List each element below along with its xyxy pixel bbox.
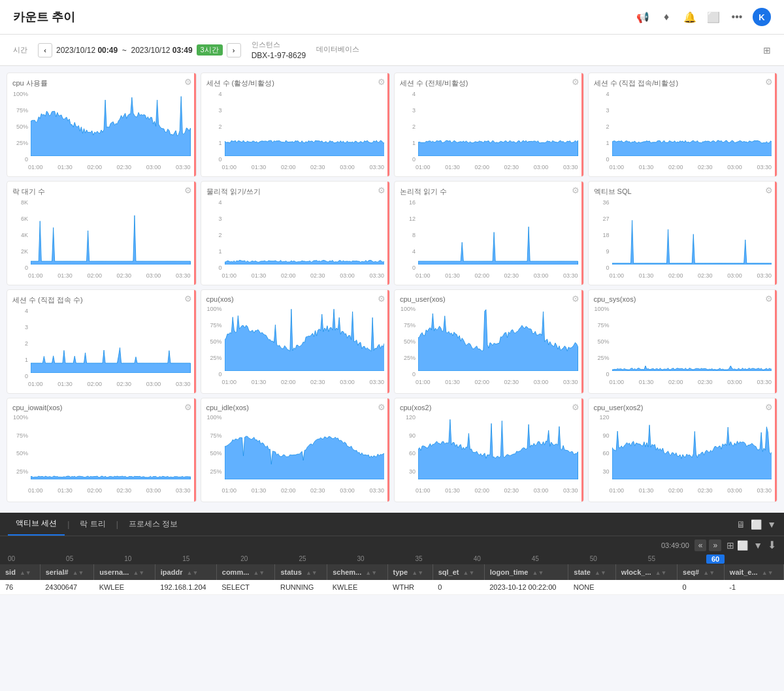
x-label: 01:30 [252, 379, 267, 385]
chart-settings-icon[interactable]: ⚙ [378, 77, 385, 87]
chart-title: 세션 수 (직접 접속/비활성) [594, 78, 745, 88]
table-column-header[interactable]: wlock_... ▲▼ [615, 564, 677, 580]
chevron-down-icon[interactable]: ▼ [767, 519, 776, 530]
avatar[interactable]: K [753, 8, 771, 26]
x-label: 01:30 [639, 164, 654, 170]
chart-title: 세션 수 (직접 접속 수) [12, 295, 164, 305]
y-label: 1 [206, 248, 222, 255]
timeline-scale-item: 15 [182, 555, 240, 563]
header-icon-group: 📢 ♦ 🔔 ⬜ ••• K [635, 8, 771, 26]
x-label: 02:00 [87, 272, 102, 279]
chart-settings-icon[interactable]: ⚙ [572, 294, 580, 304]
monitor-icon[interactable]: 🖥 [736, 519, 745, 530]
table-column-header[interactable]: userna... ▲▼ [94, 564, 155, 580]
chart-area: 100%75%50%25%0 [206, 306, 385, 378]
x-label: 03:30 [563, 379, 578, 385]
tl-filter-icon[interactable]: ▼ [753, 540, 762, 551]
chart-settings-icon[interactable]: ⚙ [765, 294, 773, 304]
tab-active-session[interactable]: 액티브 세션 [8, 513, 65, 536]
sort-icon: ▲▼ [595, 570, 606, 576]
chart-settings-icon[interactable]: ⚙ [572, 77, 580, 87]
table-row[interactable]: 7624300647KWLEE192.168.1.204SELECTRUNNIN… [0, 580, 784, 595]
table-column-header[interactable]: sid ▲▼ [0, 564, 40, 580]
x-axis-labels: 01:0001:3002:0002:3003:0003:30 [206, 164, 385, 170]
more-icon[interactable]: ••• [729, 9, 745, 25]
tl-grid-icon-2[interactable]: ⬜ [737, 540, 748, 551]
x-label: 01:00 [222, 379, 237, 385]
chart-settings-icon[interactable]: ⚙ [572, 185, 580, 195]
timeline-prev-prev-button[interactable]: « [694, 539, 707, 551]
sort-icon: ▲▼ [133, 570, 144, 576]
chart-settings-icon[interactable]: ⚙ [378, 185, 385, 195]
tl-grid-icon-1[interactable]: ⊞ [727, 540, 734, 551]
table-column-header[interactable]: sql_et ▲▼ [433, 564, 484, 580]
y-label: 2 [206, 232, 222, 238]
bell-icon[interactable]: 🔔 [682, 9, 698, 25]
table-column-header[interactable]: logon_time ▲▼ [484, 564, 568, 580]
x-label: 03:00 [340, 379, 355, 385]
table-icon[interactable]: ⬜ [751, 519, 762, 530]
y-label: 2 [206, 123, 222, 130]
tab-lock-tree[interactable]: 락 트리 [72, 513, 113, 535]
y-label: 100% [206, 306, 222, 312]
sort-icon: ▲▼ [253, 570, 265, 576]
sort-icon: ▲▼ [703, 570, 715, 576]
timeline-bar: 03:49:00 « » ⊞ ⬜ ▼ ⬇ [0, 536, 784, 554]
table-column-header[interactable]: type ▲▼ [387, 564, 433, 580]
chart-settings-icon[interactable]: ⚙ [184, 185, 192, 195]
megaphone-icon[interactable]: 📢 [635, 9, 651, 25]
table-cell [615, 580, 677, 595]
chart-settings-icon[interactable]: ⚙ [184, 402, 192, 412]
timeline-next-next-button[interactable]: » [709, 539, 721, 551]
chart-card: cpu_idle(xos)⚙100%75%50%25%01:0001:3002:… [201, 398, 391, 502]
tl-download-icon[interactable]: ⬇ [768, 539, 776, 551]
x-label: 01:00 [610, 272, 625, 279]
time-range-text: 2023/10/12 00:49 ~ 2023/10/12 03:49 [56, 46, 193, 55]
chart-title: 세션 수 (활성/비활성) [206, 78, 358, 88]
chart-settings-icon[interactable]: ⚙ [572, 402, 580, 412]
y-axis-labels: 43210 [206, 91, 223, 163]
chart-area: 36271890 [594, 199, 772, 271]
table-column-header[interactable]: ipaddr ▲▼ [155, 564, 216, 580]
table-column-header[interactable]: seq# ▲▼ [678, 564, 725, 580]
x-label: 03:30 [369, 487, 384, 494]
table-column-header[interactable]: schem... ▲▼ [327, 564, 387, 580]
y-label: 0 [12, 156, 28, 163]
chart-card: cpu_user(xos2)⚙12090603001:0001:3002:000… [588, 398, 778, 502]
y-label: 100% [206, 414, 222, 421]
table-cell: NONE [568, 580, 615, 595]
tab-process-info[interactable]: 프로세스 정보 [121, 513, 186, 535]
chart-settings-icon[interactable]: ⚙ [765, 77, 773, 87]
table-column-header[interactable]: wait_e... ▲▼ [724, 564, 783, 580]
chart-settings-icon[interactable]: ⚙ [184, 294, 192, 304]
time-prev-button[interactable]: ‹ [38, 43, 52, 57]
table-column-header[interactable]: serial# ▲▼ [40, 564, 93, 580]
x-label: 02:30 [117, 164, 132, 170]
page-title: 카운트 추이 [13, 9, 75, 25]
x-axis-labels: 01:0001:3002:0002:3003:0003:30 [594, 487, 772, 494]
x-label: 02:00 [474, 272, 489, 279]
chart-row-3: 세션 수 (직접 접속 수)⚙4321001:0001:3002:0002:30… [7, 289, 777, 394]
y-label: 4 [206, 199, 222, 206]
chart-settings-icon[interactable]: ⚙ [765, 402, 773, 412]
table-column-header[interactable]: comm... ▲▼ [216, 564, 275, 580]
table-column-header[interactable]: state ▲▼ [568, 564, 615, 580]
timeline-scale-item: 45 [532, 555, 590, 563]
y-label: 0 [594, 265, 610, 271]
chart-settings-icon[interactable]: ⚙ [765, 185, 773, 195]
chart-settings-icon[interactable]: ⚙ [184, 77, 192, 87]
y-label: 3 [12, 324, 28, 330]
grid-view-icon[interactable]: ⊞ [763, 45, 771, 56]
chart-title: cpu_user(xos) [400, 295, 551, 303]
time-next-button[interactable]: › [227, 43, 241, 57]
x-label: 02:00 [281, 487, 296, 494]
chart-settings-icon[interactable]: ⚙ [378, 294, 385, 304]
chart-settings-icon[interactable]: ⚙ [378, 402, 385, 412]
x-label: 01:30 [639, 272, 654, 279]
x-label: 01:00 [222, 164, 237, 170]
window-icon[interactable]: ⬜ [706, 9, 721, 25]
y-axis-labels: 100%75%50%25%0 [206, 306, 223, 378]
table-column-header[interactable]: status ▲▼ [275, 564, 327, 580]
diamond-icon[interactable]: ♦ [659, 9, 674, 25]
sort-icon: ▲▼ [306, 570, 318, 576]
